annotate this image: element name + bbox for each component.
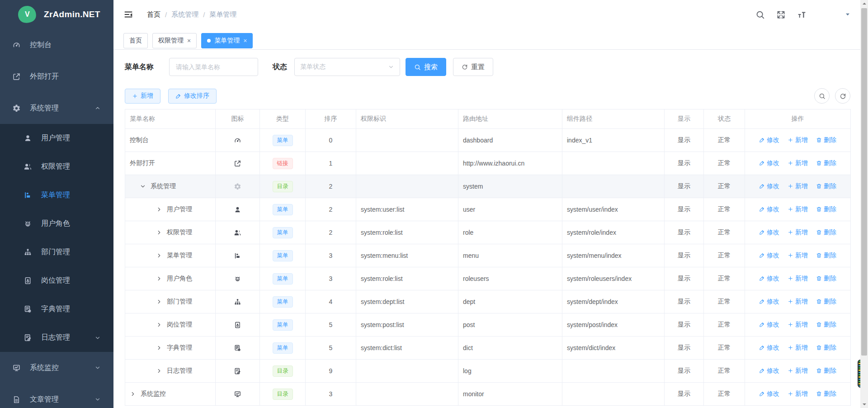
view-tab[interactable]: 菜单管理 × — [201, 33, 253, 48]
add-button[interactable]: 新增 — [125, 89, 160, 104]
row-delete-link[interactable]: 删除 — [816, 367, 836, 375]
row-add-link[interactable]: 新增 — [788, 298, 808, 306]
row-delete-link[interactable]: 删除 — [816, 182, 836, 190]
chevron-right-icon[interactable] — [156, 322, 162, 328]
sidebar-item[interactable]: 字典管理 — [0, 295, 113, 323]
row-add-link[interactable]: 新增 — [788, 367, 808, 375]
refresh-icon[interactable] — [835, 88, 850, 104]
sidebar-item[interactable]: 日志管理 — [0, 323, 113, 352]
fullscreen-icon[interactable] — [776, 10, 786, 19]
row-delete-link[interactable]: 删除 — [816, 136, 836, 144]
row-delete-link[interactable]: 删除 — [816, 298, 836, 306]
row-add-link[interactable]: 新增 — [788, 136, 808, 144]
row-delete-link[interactable]: 删除 — [816, 275, 836, 283]
row-edit-link[interactable]: 修改 — [759, 205, 779, 213]
row-edit-link[interactable]: 修改 — [759, 298, 779, 306]
row-delete-link[interactable]: 删除 — [816, 205, 836, 213]
search-button[interactable]: 搜索 — [406, 58, 446, 76]
user-avatar[interactable] — [818, 5, 836, 24]
sidebar-item-label: 权限管理 — [41, 162, 70, 171]
row-delete-link[interactable]: 删除 — [816, 344, 836, 352]
search-icon[interactable] — [814, 88, 830, 104]
row-edit-link[interactable]: 修改 — [759, 136, 779, 144]
breadcrumb-link[interactable]: 系统管理 — [171, 10, 198, 19]
sidebar-item[interactable]: 菜单管理 — [0, 181, 113, 209]
row-edit-link[interactable]: 修改 — [759, 321, 779, 329]
sidebar-item[interactable]: 部门管理 — [0, 238, 113, 266]
order-cell: 9 — [306, 360, 356, 383]
chevron-right-icon[interactable] — [156, 252, 162, 259]
close-icon[interactable]: × — [187, 38, 191, 44]
row-edit-link[interactable]: 修改 — [759, 367, 779, 375]
sidebar-item[interactable]: 文章管理 — [0, 384, 113, 408]
scroll-down-arrow[interactable] — [860, 401, 868, 408]
chevron-right-icon[interactable] — [156, 345, 162, 351]
status-cell: 正常 — [704, 360, 745, 383]
sidebar-item[interactable]: 系统管理 — [0, 92, 113, 124]
sidebar-item-label: 部门管理 — [41, 247, 70, 257]
row-add-link[interactable]: 新增 — [788, 344, 808, 352]
font-size-icon[interactable] — [797, 10, 807, 19]
row-edit-link[interactable]: 修改 — [759, 275, 779, 283]
caret-down-icon[interactable] — [845, 12, 850, 17]
row-edit-link[interactable]: 修改 — [759, 251, 779, 260]
chevron-right-icon[interactable] — [156, 275, 162, 282]
chevron-right-icon[interactable] — [156, 206, 162, 213]
row-delete-link[interactable]: 删除 — [816, 251, 836, 260]
view-tab[interactable]: 首页 — [123, 33, 148, 48]
sidebar-item[interactable]: 岗位管理 — [0, 266, 113, 295]
row-delete-link[interactable]: 删除 — [816, 321, 836, 329]
org-icon — [234, 298, 241, 306]
app-logo[interactable]: V ZrAdmin.NET — [0, 0, 113, 29]
breadcrumb-link[interactable]: 首页 — [147, 10, 160, 19]
sidebar-item[interactable]: 用户角色 — [0, 209, 113, 238]
row-add-link[interactable]: 新增 — [788, 321, 808, 329]
row-add-link[interactable]: 新增 — [788, 182, 808, 190]
search-icon[interactable] — [755, 10, 765, 19]
close-icon[interactable]: × — [243, 38, 247, 44]
sidebar-item[interactable]: 权限管理 — [0, 152, 113, 181]
row-delete-link[interactable]: 删除 — [816, 228, 836, 237]
chevron-right-icon[interactable] — [156, 368, 162, 374]
table-row: 权限管理 菜单 2 system:role:list role system/r… — [125, 221, 851, 244]
chevron-right-icon[interactable] — [156, 299, 162, 305]
row-edit-link[interactable]: 修改 — [759, 344, 779, 352]
top-navbar: 首页 / 系统管理 / 菜单管理 — [113, 0, 860, 29]
chevron-down-icon[interactable] — [140, 183, 146, 190]
view-tab[interactable]: 权限管理 × — [152, 33, 197, 48]
status-select[interactable]: 菜单状态 — [294, 58, 400, 76]
row-edit-link[interactable]: 修改 — [759, 390, 779, 398]
tab-label: 权限管理 — [158, 37, 184, 45]
visible-cell: 显示 — [665, 221, 704, 244]
row-add-link[interactable]: 新增 — [788, 390, 808, 398]
edit-sort-button[interactable]: 修改排序 — [168, 89, 217, 104]
row-edit-link[interactable]: 修改 — [759, 182, 779, 190]
row-edit-link[interactable]: 修改 — [759, 159, 779, 167]
row-delete-link[interactable]: 删除 — [816, 159, 836, 167]
column-header: 组件路径 — [562, 109, 665, 129]
menu-name-input[interactable] — [169, 58, 258, 76]
breadcrumb-link[interactable]: 菜单管理 — [209, 10, 236, 19]
row-delete-link[interactable]: 删除 — [816, 390, 836, 398]
menu-fold-icon[interactable] — [123, 9, 133, 19]
row-edit-link[interactable]: 修改 — [759, 228, 779, 237]
sidebar-item[interactable]: 控制台 — [0, 29, 113, 61]
reset-button[interactable]: 重置 — [453, 58, 493, 76]
row-add-link[interactable]: 新增 — [788, 228, 808, 237]
row-add-link[interactable]: 新增 — [788, 159, 808, 167]
chevron-right-icon[interactable] — [130, 391, 136, 397]
row-add-link[interactable]: 新增 — [788, 205, 808, 213]
row-add-link[interactable]: 新增 — [788, 275, 808, 283]
row-add-link[interactable]: 新增 — [788, 251, 808, 260]
sidebar-menu: 控制台 外部打开 系统管理 用户管理 权限管理 菜单管理 用户角色 部门管理 岗… — [0, 29, 113, 408]
dashboard-icon — [234, 137, 241, 144]
sidebar-item[interactable]: 系统监控 — [0, 352, 113, 384]
browser-scrollbar[interactable] — [860, 0, 868, 408]
sidebar-item[interactable]: 用户管理 — [0, 124, 113, 152]
scrollbar-thumb[interactable] — [861, 8, 867, 356]
chevron-right-icon[interactable] — [156, 229, 162, 236]
scroll-up-arrow[interactable] — [860, 0, 868, 7]
sidebar-item[interactable]: 外部打开 — [0, 61, 113, 92]
route-cell: post — [458, 313, 562, 337]
status-cell: 正常 — [704, 290, 745, 313]
